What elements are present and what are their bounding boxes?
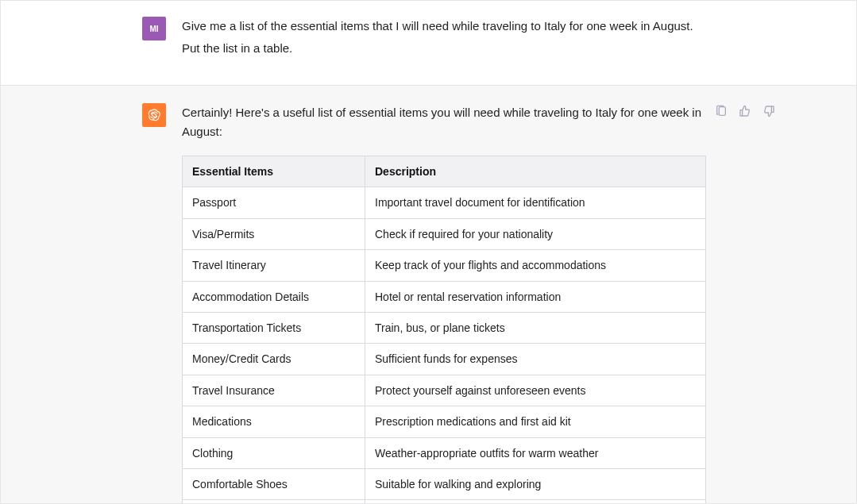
cell-item: Power Adapter xyxy=(183,500,365,504)
thumbs-down-icon xyxy=(762,105,775,117)
cell-item: Transportation Tickets xyxy=(183,312,365,343)
cell-description: Prescription medications and first aid k… xyxy=(365,406,706,437)
user-message: MI Give me a list of the essential items… xyxy=(1,1,856,85)
cell-description: Sufficient funds for expenses xyxy=(365,344,706,375)
assistant-avatar xyxy=(142,103,166,127)
table-row: Travel ItineraryKeep track of your fligh… xyxy=(183,250,706,281)
essentials-table: Essential Items Description PassportImpo… xyxy=(182,156,706,504)
cell-description: Weather-appropriate outfits for warm wea… xyxy=(365,437,706,468)
table-row: Power AdapterTo charge your electronic d… xyxy=(183,500,706,504)
cell-description: Check if required for your nationality xyxy=(365,218,706,249)
cell-description: Suitable for walking and exploring xyxy=(365,468,706,499)
user-message-content: Give me a list of the essential items th… xyxy=(182,17,706,61)
table-row: Travel InsuranceProtect yourself against… xyxy=(183,375,706,406)
table-row: PassportImportant travel document for id… xyxy=(183,187,706,218)
svg-rect-0 xyxy=(719,107,725,116)
table-row: ClothingWeather-appropriate outfits for … xyxy=(183,437,706,468)
cell-item: Medications xyxy=(183,406,365,437)
cell-item: Passport xyxy=(183,187,365,218)
cell-item: Clothing xyxy=(183,437,365,468)
assistant-message-content: Certainly! Here's a useful list of essen… xyxy=(182,103,706,504)
cell-item: Accommodation Details xyxy=(183,281,365,312)
thumbs-up-button[interactable] xyxy=(737,103,753,119)
cell-item: Visa/Permits xyxy=(183,218,365,249)
user-text-line2: Put the list in a table. xyxy=(182,39,706,58)
user-avatar: MI xyxy=(142,17,166,40)
openai-logo-icon xyxy=(146,107,162,123)
table-row: Money/Credit CardsSufficient funds for e… xyxy=(183,344,706,375)
cell-description: Important travel document for identifica… xyxy=(365,187,706,218)
user-avatar-initials: MI xyxy=(149,25,158,33)
thumbs-down-button[interactable] xyxy=(761,103,777,119)
assistant-intro-text: Certainly! Here's a useful list of essen… xyxy=(182,103,706,141)
cell-item: Travel Itinerary xyxy=(183,250,365,281)
table-row: Transportation TicketsTrain, bus, or pla… xyxy=(183,312,706,343)
table-header-items: Essential Items xyxy=(183,156,365,187)
clipboard-icon xyxy=(715,105,728,117)
cell-description: Hotel or rental reservation information xyxy=(365,281,706,312)
cell-item: Comfortable Shoes xyxy=(183,468,365,499)
table-row: Accommodation DetailsHotel or rental res… xyxy=(183,281,706,312)
table-header-description: Description xyxy=(365,156,706,187)
table-row: MedicationsPrescription medications and … xyxy=(183,406,706,437)
cell-description: Keep track of your flights and accommoda… xyxy=(365,250,706,281)
cell-description: To charge your electronic devices xyxy=(365,500,706,504)
cell-item: Travel Insurance xyxy=(183,375,365,406)
assistant-message: Certainly! Here's a useful list of essen… xyxy=(1,85,856,504)
table-row: Visa/PermitsCheck if required for your n… xyxy=(183,218,706,249)
cell-item: Money/Credit Cards xyxy=(183,344,365,375)
table-row: Comfortable ShoesSuitable for walking an… xyxy=(183,468,706,499)
thumbs-up-icon xyxy=(739,105,751,117)
cell-description: Train, bus, or plane tickets xyxy=(365,312,706,343)
copy-button[interactable] xyxy=(713,103,729,119)
feedback-actions xyxy=(713,103,777,119)
user-text-line1: Give me a list of the essential items th… xyxy=(182,17,706,36)
cell-description: Protect yourself against unforeseen even… xyxy=(365,375,706,406)
table-header-row: Essential Items Description xyxy=(183,156,706,187)
